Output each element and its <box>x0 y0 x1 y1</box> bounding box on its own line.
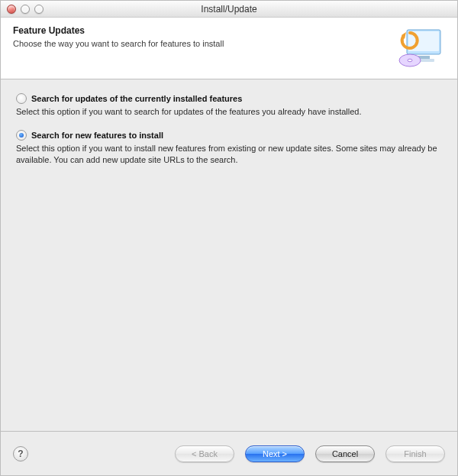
next-button[interactable]: Next > <box>245 445 305 462</box>
option-description: Select this option if you want to search… <box>16 106 442 118</box>
option-description: Select this option if you want to instal… <box>16 143 442 166</box>
install-update-icon <box>395 25 445 70</box>
option-new-features[interactable]: Search for new features to install Selec… <box>16 130 442 166</box>
page-title: Feature Updates <box>13 25 224 36</box>
wizard-header: Feature Updates Choose the way you want … <box>1 18 457 79</box>
window-title-bar: Install/Update <box>1 1 457 18</box>
svg-point-5 <box>408 59 412 62</box>
page-subtitle: Choose the way you want to search for fe… <box>13 39 224 48</box>
wizard-content: Search for updates of the currently inst… <box>1 79 457 458</box>
radio-icon[interactable] <box>16 130 27 141</box>
back-button[interactable]: < Back <box>175 445 234 462</box>
window-title: Install/Update <box>1 4 457 15</box>
traffic-lights <box>1 5 44 14</box>
finish-button[interactable]: Finish <box>385 445 445 462</box>
radio-icon[interactable] <box>16 93 27 104</box>
option-label: Search for new features to install <box>31 131 163 140</box>
wizard-buttons: < Back Next > Cancel Finish <box>175 445 445 462</box>
cancel-button[interactable]: Cancel <box>315 445 375 462</box>
update-options: Search for updates of the currently inst… <box>16 93 442 166</box>
close-icon[interactable] <box>7 5 16 14</box>
install-update-window: Install/Update Feature Updates Choose th… <box>0 0 458 476</box>
zoom-icon[interactable] <box>34 5 44 14</box>
help-button[interactable]: ? <box>13 446 28 461</box>
wizard-header-text: Feature Updates Choose the way you want … <box>13 25 224 48</box>
minimize-icon[interactable] <box>21 5 30 14</box>
wizard-footer: ? < Back Next > Cancel Finish <box>1 431 457 475</box>
option-updates-existing[interactable]: Search for updates of the currently inst… <box>16 93 442 118</box>
option-label: Search for updates of the currently inst… <box>31 94 242 103</box>
